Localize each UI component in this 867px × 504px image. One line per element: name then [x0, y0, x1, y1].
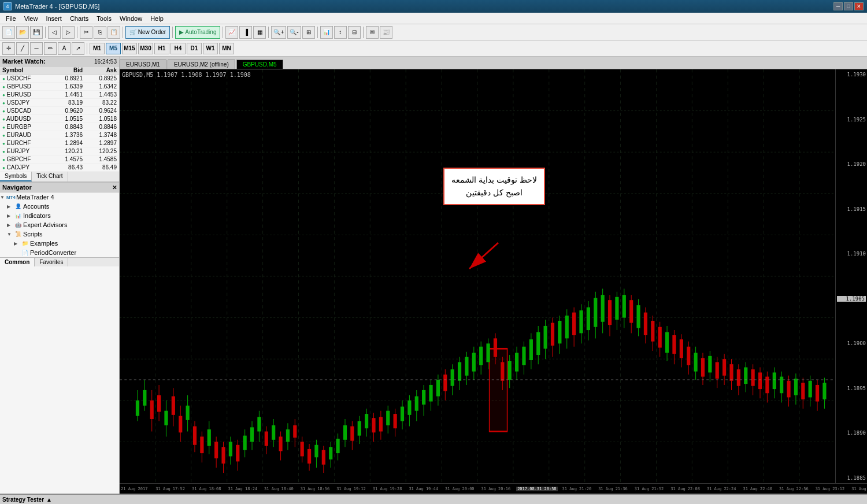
period-sep-button[interactable]: ↕ [334, 26, 347, 39]
close-button[interactable]: ✕ [854, 2, 864, 10]
save-button[interactable]: 💾 [30, 26, 43, 39]
nav-item-examples[interactable]: ▶ 📁 Examples [0, 239, 119, 248]
annotation-line1: لاحظ توقيت بداية الشمعه [451, 173, 537, 186]
tab-common[interactable]: Common [0, 258, 35, 266]
period-m5[interactable]: M5 [106, 43, 121, 54]
nav-item-accounts[interactable]: ▶ 👤 Accounts [0, 202, 119, 211]
minimize-button[interactable]: ─ [833, 2, 843, 10]
email-button[interactable]: ✉ [366, 26, 379, 39]
svg-rect-145 [544, 326, 547, 349]
chart-candle-button[interactable]: ▦ [253, 26, 266, 39]
zoom-in-button[interactable]: 🔍+ [271, 26, 286, 39]
st-collapse-icon[interactable]: ▲ [46, 496, 52, 503]
svg-rect-195 [722, 359, 726, 376]
period-mn[interactable]: MN [219, 43, 234, 54]
menu-insert[interactable]: Insert [42, 14, 65, 23]
menu-charts[interactable]: Charts [66, 14, 92, 23]
svg-rect-189 [701, 358, 705, 376]
market-row[interactable]: ● CADJPY 86.43 86.49 [0, 164, 119, 172]
period-h4[interactable]: H4 [171, 43, 186, 54]
svg-rect-169 [629, 300, 633, 323]
indicators-arrow: ▶ [7, 213, 13, 218]
template-button[interactable]: ⊟ [348, 26, 361, 39]
svg-rect-137 [515, 353, 518, 371]
market-row[interactable]: ● GBPCHF 1.4575 1.4585 [0, 155, 119, 164]
svg-rect-44 [186, 406, 190, 420]
tab-symbols[interactable]: Symbols [0, 172, 32, 181]
period-m15[interactable]: M15 [122, 43, 137, 54]
svg-rect-52 [214, 442, 218, 458]
zoom-out-button[interactable]: 🔍- [287, 26, 301, 39]
tab-favorites[interactable]: Favorites [35, 258, 68, 266]
draw-button[interactable]: ✏ [44, 42, 57, 55]
folder-icon: 📁 [21, 239, 29, 247]
svg-rect-78 [307, 449, 311, 464]
period-m1[interactable]: M1 [90, 43, 105, 54]
market-row[interactable]: ● USDJPY 83.19 83.22 [0, 99, 119, 107]
chart-tab-eurusd-m2[interactable]: EURUSD,M2 (offline) [168, 60, 235, 69]
text-button[interactable]: A [58, 42, 71, 55]
menu-view[interactable]: View [21, 14, 42, 23]
market-row[interactable]: ● EURJPY 120.21 120.25 [0, 147, 119, 155]
period-w1[interactable]: W1 [203, 43, 218, 54]
autotrading-button[interactable]: ▶ AutoTrading [175, 26, 220, 39]
nav-item-period-converter[interactable]: 📄 PeriodConverter [0, 248, 119, 257]
indicator-button[interactable]: 📊 [320, 26, 333, 39]
symbol-cell: ● EURGBP [0, 123, 51, 131]
open-button[interactable]: 📂 [16, 26, 29, 39]
navigator-close-button[interactable]: ✕ [112, 184, 117, 191]
chart-canvas[interactable]: GBPUSD,M5 1.1907 1.1908 1.1907 1.1908 [120, 69, 835, 483]
market-row[interactable]: ● EURGBP 0.8843 0.8846 [0, 123, 119, 131]
dot-icon: ● [2, 149, 5, 154]
market-row[interactable]: ● USDCHF 0.8921 0.8925 [0, 75, 119, 83]
market-row[interactable]: ● EURAUD 1.3736 1.3748 [0, 131, 119, 139]
ask-cell: 0.9624 [85, 107, 119, 115]
maximize-button[interactable]: □ [844, 2, 853, 10]
chart-line-button[interactable]: 📈 [225, 26, 238, 39]
copy-button[interactable]: ⎘ [94, 26, 106, 39]
line-tool-button[interactable]: ╱ [16, 42, 29, 55]
market-row[interactable]: ● USDCAD 0.9620 0.9624 [0, 107, 119, 115]
grid-button[interactable]: ⊞ [302, 26, 315, 39]
chart-tab-gbpusd-m5[interactable]: GBPUSD,M5 [236, 60, 283, 69]
period-h1[interactable]: H1 [154, 43, 169, 54]
svg-rect-58 [236, 445, 239, 462]
new-order-button[interactable]: 🛒 New Order [125, 26, 170, 39]
period-m30[interactable]: M30 [138, 43, 153, 54]
navigator-header: Navigator ✕ [0, 183, 119, 192]
svg-rect-197 [729, 364, 733, 381]
back-button[interactable]: ◁ [48, 26, 61, 39]
tab-tick-chart[interactable]: Tick Chart [32, 172, 68, 181]
menu-help[interactable]: Help [147, 14, 167, 23]
chart-bar-button[interactable]: ▐ [239, 26, 252, 39]
period-d1[interactable]: D1 [187, 43, 202, 54]
nav-item-indicators[interactable]: ▶ 📊 Indicators [0, 211, 119, 220]
svg-rect-199 [737, 369, 740, 386]
hline-button[interactable]: ─ [30, 42, 43, 55]
menu-tools[interactable]: Tools [93, 14, 115, 23]
symbol-cell: ● AUDUSD [0, 115, 51, 123]
st-header: Strategy Tester ▲ [0, 495, 867, 504]
chart-tab-eurusd-m1[interactable]: EURUSD,M1 [120, 60, 166, 69]
menu-window[interactable]: Window [116, 14, 146, 23]
arrow-button[interactable]: ↗ [72, 42, 84, 55]
toolbar2: ✛ ╱ ─ ✏ A ↗ M1 M5 M15 M30 H1 H4 D1 W1 MN [0, 40, 867, 57]
paste-button[interactable]: 📋 [108, 26, 120, 39]
nav-item-scripts[interactable]: ▼ 📜 Scripts [0, 229, 119, 239]
market-row[interactable]: ● EURUSD 1.4451 1.4453 [0, 91, 119, 99]
cut-button[interactable]: ✂ [80, 26, 92, 39]
new-file-button[interactable]: 📄 [2, 26, 15, 39]
svg-rect-86 [336, 439, 339, 453]
market-row[interactable]: ● AUDUSD 1.0515 1.0518 [0, 115, 119, 123]
ask-cell: 83.22 [85, 99, 119, 107]
nav-item-metatrader4[interactable]: ▼ MT4 MetaTrader 4 [0, 192, 119, 202]
market-row[interactable]: ● EURCHF 1.2894 1.2897 [0, 139, 119, 147]
news-button[interactable]: 📰 [380, 26, 392, 39]
crosshair-button[interactable]: ✛ [2, 42, 15, 55]
bid-cell: 0.9620 [51, 107, 85, 115]
nav-item-expert-advisors[interactable]: ▶ 🤖 Expert Advisors [0, 220, 119, 229]
market-row[interactable]: ● GBPUSD 1.6339 1.6342 [0, 83, 119, 91]
forward-button[interactable]: ▷ [62, 26, 75, 39]
svg-rect-149 [558, 321, 561, 343]
menu-file[interactable]: File [2, 14, 20, 23]
